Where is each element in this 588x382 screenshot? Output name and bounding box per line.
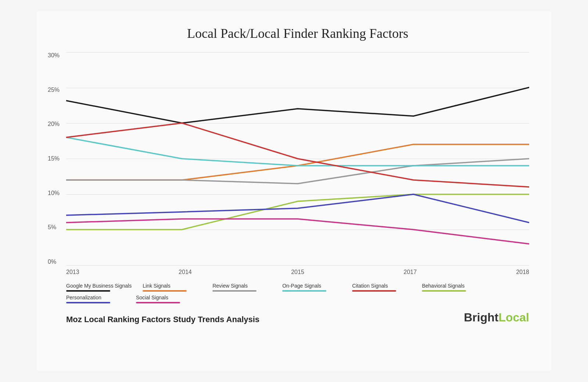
legend-item-review: Review Signals (212, 283, 271, 292)
study-title: Moz Local Ranking Factors Study Trends A… (66, 315, 259, 324)
citation-line (66, 123, 529, 187)
legend-line-personalization (66, 302, 110, 303)
y-label-0: 0% (48, 259, 60, 265)
y-label-25: 25% (48, 87, 60, 93)
legend-item-citation: Citation Signals (352, 283, 411, 292)
legend-label-personalization: Personalization (66, 295, 101, 300)
legend-item-onpage: On-Page Signals (282, 283, 341, 292)
legend-item-personalization: Personalization (66, 295, 125, 303)
legend-item-gmb: Google My Business Signals (66, 283, 132, 292)
y-label-20: 20% (48, 121, 60, 127)
x-label-2014: 2014 (179, 269, 192, 275)
legend-line-gmb (66, 290, 110, 292)
y-label-15: 15% (48, 155, 60, 162)
brand-bright: Bright (464, 311, 498, 324)
legend-item-link: Link Signals (143, 283, 201, 292)
x-label-2017: 2017 (404, 269, 417, 275)
chart-svg (66, 52, 529, 265)
legend-label-review: Review Signals (212, 283, 248, 289)
x-label-2018: 2018 (516, 269, 529, 275)
x-label-2015: 2015 (291, 269, 304, 275)
legend: Google My Business Signals Link Signals … (66, 283, 529, 303)
legend-line-onpage (282, 290, 326, 292)
y-label-30: 30% (48, 52, 60, 59)
legend-line-social (136, 302, 180, 303)
legend-line-behavioral (422, 290, 466, 292)
y-label-5: 5% (48, 224, 60, 231)
brand-local: Local (498, 311, 529, 324)
brand-logo: BrightLocal (464, 311, 529, 324)
x-label-2013: 2013 (66, 269, 79, 275)
legend-label-behavioral: Behavioral Signals (422, 283, 465, 289)
behavioral-line (66, 194, 529, 230)
bottom-section: Moz Local Ranking Factors Study Trends A… (66, 311, 529, 324)
legend-item-behavioral: Behavioral Signals (422, 283, 481, 292)
legend-label-gmb: Google My Business Signals (66, 283, 132, 289)
chart-container: Local Pack/Local Finder Ranking Factors … (37, 11, 551, 371)
onpage-line (66, 137, 529, 166)
chart-title: Local Pack/Local Finder Ranking Factors (66, 26, 529, 41)
legend-label-social: Social Signals (136, 295, 168, 300)
legend-line-citation (352, 290, 396, 292)
social-line (66, 219, 529, 244)
y-axis-labels: 30% 25% 20% 15% 10% 5% 0% (48, 52, 60, 265)
chart-area: 30% 25% 20% 15% 10% 5% 0% (66, 52, 529, 265)
x-axis: 2013 2014 2015 2017 2018 (66, 269, 529, 275)
gmb-line (66, 87, 529, 123)
legend-label-link: Link Signals (143, 283, 171, 289)
y-label-10: 10% (48, 190, 60, 197)
legend-line-link (143, 290, 187, 292)
review-line (66, 159, 529, 184)
legend-line-review (212, 290, 257, 292)
legend-item-social: Social Signals (136, 295, 195, 303)
legend-label-citation: Citation Signals (352, 283, 388, 289)
legend-label-onpage: On-Page Signals (282, 283, 321, 289)
